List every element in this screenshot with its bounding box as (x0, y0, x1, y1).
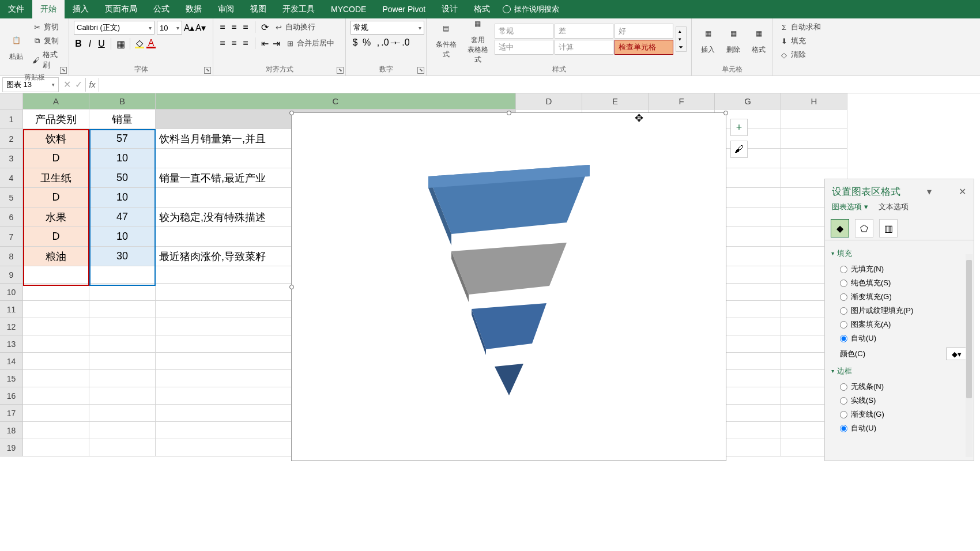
alignment-launcher[interactable]: ⬊ (337, 67, 344, 74)
cell[interactable]: D (23, 149, 89, 168)
orientation-icon[interactable]: ⟳ (260, 22, 269, 32)
fill-none-radio[interactable]: 无填充(N) (832, 262, 967, 276)
pane-tab-chart-options[interactable]: 图表选项 ▾ (832, 202, 868, 212)
row-header[interactable]: 7 (0, 227, 23, 247)
cell[interactable]: 30 (89, 247, 156, 266)
section-border-title[interactable]: 边框 (832, 366, 967, 376)
enter-formula-icon[interactable]: ✓ (73, 79, 84, 90)
font-launcher[interactable]: ⬊ (204, 67, 211, 74)
tab-design[interactable]: 设计 (434, 0, 466, 18)
cell[interactable] (23, 301, 89, 318)
pane-scrollbar[interactable] (966, 254, 973, 457)
row-header[interactable]: 19 (0, 439, 23, 456)
row-header[interactable]: 15 (0, 370, 23, 387)
cell[interactable] (89, 335, 156, 353)
row-header[interactable]: 3 (0, 149, 23, 168)
tab-insert[interactable]: 插入 (65, 0, 97, 18)
cell[interactable] (89, 370, 156, 387)
style-bad[interactable]: 差 (555, 24, 613, 39)
row-header[interactable]: 18 (0, 422, 23, 439)
resize-handle[interactable] (289, 285, 294, 289)
cell[interactable]: 57 (89, 129, 156, 149)
conditional-format-button[interactable]: ▤条件格式 (431, 18, 461, 61)
row-header[interactable]: 9 (0, 266, 23, 284)
format-cells-button[interactable]: ▦格式 (747, 23, 770, 56)
decrease-font-icon[interactable]: A▾ (196, 23, 205, 32)
cell[interactable] (23, 266, 89, 284)
resize-handle[interactable] (723, 111, 728, 115)
copy-button[interactable]: ⧉复制 (30, 35, 64, 47)
col-header-e[interactable]: E (582, 93, 649, 110)
border-solid-radio[interactable]: 实线(S) (832, 394, 967, 407)
percent-icon[interactable]: % (362, 38, 371, 47)
cell[interactable] (781, 149, 847, 168)
increase-font-icon[interactable]: A▴ (184, 23, 194, 32)
cell[interactable]: 47 (89, 207, 156, 227)
col-header-f[interactable]: F (649, 93, 715, 110)
cell[interactable]: 水果 (23, 207, 89, 227)
delete-cells-button[interactable]: ▦删除 (722, 23, 745, 56)
cell[interactable] (23, 335, 89, 353)
cell[interactable] (781, 129, 847, 149)
row-header[interactable]: 2 (0, 129, 23, 149)
border-none-radio[interactable]: 无线条(N) (832, 380, 967, 394)
cell[interactable] (89, 439, 156, 456)
paste-button[interactable]: 📋 粘贴 (5, 30, 28, 63)
cell[interactable] (23, 422, 89, 439)
col-header-b[interactable]: B (89, 93, 156, 110)
cell[interactable] (23, 284, 89, 301)
cell[interactable]: 卫生纸 (23, 168, 89, 188)
cell[interactable] (89, 353, 156, 370)
row-header[interactable]: 8 (0, 247, 23, 266)
underline-button[interactable]: U (97, 39, 106, 48)
tell-me-search[interactable]: 操作说明搜索 (503, 4, 559, 14)
cell[interactable]: 产品类别 (23, 110, 89, 129)
fx-button[interactable]: fx (85, 78, 99, 92)
align-center-icon[interactable]: ≡ (229, 39, 239, 48)
chart-elements-button[interactable]: + (730, 119, 748, 136)
decrease-decimal-icon[interactable]: ←.0 (397, 38, 406, 47)
tab-review[interactable]: 审阅 (210, 0, 242, 18)
cell[interactable] (89, 318, 156, 335)
fill-auto-radio[interactable]: 自动(U) (832, 331, 967, 345)
cell[interactable]: D (23, 227, 89, 247)
bold-button[interactable]: B (74, 39, 83, 48)
col-header-d[interactable]: D (516, 93, 582, 110)
wrap-text-button[interactable]: ↩自动换行 (272, 21, 318, 33)
row-header[interactable]: 1 (0, 110, 23, 129)
cell[interactable]: 10 (89, 227, 156, 247)
select-all-triangle[interactable] (0, 93, 23, 110)
row-header[interactable]: 12 (0, 318, 23, 335)
clear-button[interactable]: ◇清除 (777, 48, 826, 61)
table-format-button[interactable]: ▦套用 表格格式 (463, 13, 492, 66)
cell[interactable] (23, 439, 89, 456)
format-painter-button[interactable]: 🖌格式刷 (30, 48, 64, 71)
fill-button[interactable]: ⬇填充 (777, 35, 826, 47)
style-good[interactable]: 好 (615, 24, 673, 39)
pane-dropdown-icon[interactable]: ▾ (925, 186, 934, 197)
align-top-icon[interactable]: ≡ (218, 22, 227, 32)
row-header[interactable]: 16 (0, 387, 23, 405)
border-auto-radio[interactable]: 自动(U) (832, 421, 967, 435)
formula-input[interactable] (100, 78, 980, 92)
fill-picture-radio[interactable]: 图片或纹理填充(P) (832, 304, 967, 318)
font-size-combo[interactable]: 10▾ (157, 21, 182, 35)
cell[interactable] (781, 110, 847, 129)
align-left-icon[interactable]: ≡ (218, 39, 227, 48)
insert-cells-button[interactable]: ▦插入 (696, 23, 719, 56)
cell[interactable] (89, 387, 156, 405)
row-header[interactable]: 13 (0, 335, 23, 353)
row-header[interactable]: 14 (0, 353, 23, 370)
tab-powerpivot[interactable]: Power Pivot (374, 0, 434, 18)
border-button[interactable]: ▦ (116, 39, 125, 48)
style-neutral[interactable]: 适中 (495, 40, 553, 55)
styles-more-icon[interactable]: ⏷ (676, 43, 686, 51)
font-color-button[interactable]: A (146, 39, 156, 48)
fill-pattern-radio[interactable]: 图案填充(A) (832, 318, 967, 331)
cell[interactable] (89, 284, 156, 301)
cell[interactable] (23, 405, 89, 422)
cell[interactable] (23, 353, 89, 370)
cell[interactable]: 饮料 (23, 129, 89, 149)
cell[interactable]: 50 (89, 168, 156, 188)
tab-mycode[interactable]: MYCODE (323, 0, 374, 18)
